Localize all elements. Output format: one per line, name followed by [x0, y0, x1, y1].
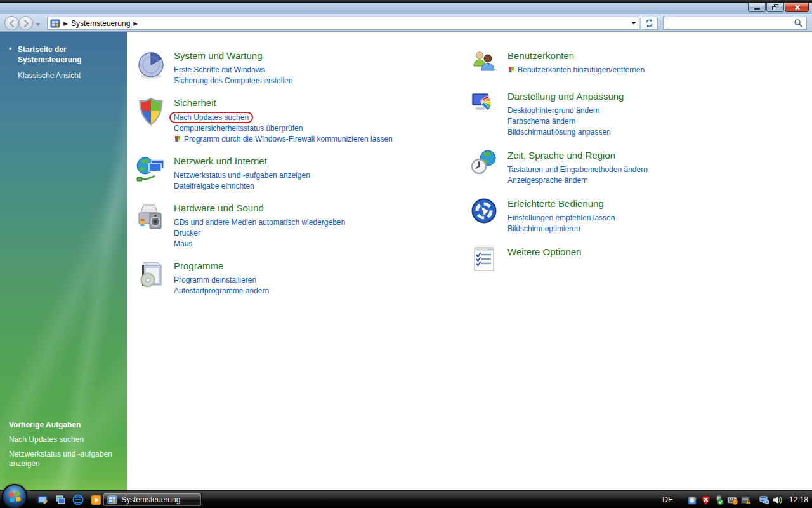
system-tray: DE 12:18 [662, 491, 808, 508]
back-button[interactable] [4, 16, 19, 30]
language-indicator[interactable]: DE [662, 495, 673, 504]
search-icon[interactable] [794, 18, 803, 28]
taskbar-button-control-panel[interactable]: Systemsteuerung [103, 493, 202, 507]
show-desktop-icon[interactable] [37, 494, 48, 505]
category-link-highlighted[interactable]: Nach Updates suchen [174, 112, 393, 123]
control-panel-window: ▶ Systemsteuerung ▶ • [0, 0, 812, 508]
software-box-cd-icon[interactable] [136, 260, 166, 290]
security-shield-icon[interactable] [136, 97, 166, 127]
category-appearance-personalization: Darstellung und Anpassung Desktophinterg… [471, 90, 801, 138]
minimize-button[interactable] [748, 3, 766, 12]
category-network-internet: Netzwerk und Internet Netzwerkstatus und… [136, 155, 456, 192]
category-title[interactable]: Hardware und Sound [174, 202, 345, 215]
categories-right-column: Benutzerkonten Benutzerkonten hinzufügen… [471, 50, 801, 284]
category-link[interactable]: Anzeigesprache ändern [508, 175, 648, 186]
back-arrow-icon [8, 20, 16, 27]
category-link[interactable]: Dateifreigabe einrichten [174, 181, 310, 192]
clock-globe-icon[interactable] [471, 149, 497, 176]
category-title[interactable]: Weitere Optionen [508, 246, 581, 258]
start-button[interactable] [2, 484, 27, 508]
network-globe-icon[interactable] [136, 155, 166, 185]
volume-icon[interactable] [772, 495, 783, 505]
media-player-icon[interactable] [90, 494, 102, 505]
breadcrumb-root[interactable]: Systemsteuerung [71, 19, 130, 28]
recent-pages-dropdown[interactable] [36, 23, 41, 26]
category-link[interactable]: Tastaturen und Eingabemethoden ändern [508, 164, 648, 175]
search-box [663, 17, 807, 30]
quick-launch-bar [37, 491, 102, 508]
categories-left-column: System und Wartung Erste Schritte mit Wi… [136, 50, 456, 307]
window-controls [748, 3, 809, 12]
safely-remove-hardware-icon[interactable] [714, 495, 724, 505]
category-hardware-sound: Hardware und Sound CDs und andere Medien… [136, 202, 456, 250]
checklist-icon[interactable] [471, 246, 497, 272]
category-link[interactable]: Maus [174, 239, 345, 250]
sidebar: • Startseite der Systemsteuerung Klassis… [0, 32, 127, 490]
category-link[interactable]: Einstellungen empfehlen lassen [508, 213, 615, 224]
sidebar-item-classic-view[interactable]: Klassische Ansicht [18, 71, 118, 80]
close-icon [794, 4, 800, 10]
forward-arrow-icon [22, 20, 30, 27]
category-title[interactable]: Sicherheit [174, 97, 393, 109]
internet-explorer-icon[interactable] [72, 494, 84, 505]
title-bar[interactable] [0, 3, 812, 14]
category-title[interactable]: Programme [174, 260, 269, 272]
category-link[interactable]: Desktophintergrund ändern [508, 105, 624, 116]
category-link[interactable]: Benutzerkonten hinzufügen/entfernen [508, 65, 645, 76]
network-status-icon[interactable] [759, 495, 769, 505]
category-title[interactable]: System und Wartung [174, 50, 292, 62]
clock[interactable]: 12:18 [789, 495, 808, 504]
category-programs: Programme Programm deinstallieren Autost… [136, 260, 456, 297]
address-bar[interactable]: ▶ Systemsteuerung ▶ [47, 17, 639, 30]
uac-shield-icon [174, 135, 181, 143]
switch-windows-icon[interactable] [55, 494, 66, 505]
category-link[interactable]: Bildschirmauflösung anpassen [508, 127, 624, 138]
category-title[interactable]: Benutzerkonten [508, 50, 645, 62]
category-security: Sicherheit Nach Updates suchen Computers… [136, 97, 456, 145]
breadcrumb-arrow-icon[interactable]: ▶ [63, 20, 68, 27]
windows-flag-icon [9, 491, 21, 503]
user-accounts-icon[interactable] [471, 50, 497, 76]
keyboard-layout-icon[interactable] [727, 495, 738, 505]
printer-speaker-icon[interactable] [136, 202, 166, 232]
category-link[interactable]: Drucker [174, 228, 345, 239]
category-link[interactable]: Sicherung des Computers erstellen [174, 76, 292, 86]
vps-warning-icon[interactable] [740, 495, 751, 505]
windows-update-icon[interactable] [687, 495, 698, 505]
address-history-dropdown[interactable] [631, 22, 636, 25]
previous-task-link[interactable]: Netzwerkstatus und -aufgaben anzeigen [9, 450, 117, 469]
ease-of-access-icon[interactable] [471, 197, 497, 224]
pie-chart-disc-icon[interactable] [136, 50, 166, 80]
previous-task-link[interactable]: Nach Updates suchen [9, 435, 117, 444]
restore-button[interactable] [766, 3, 784, 12]
control-panel-icon [107, 495, 117, 505]
red-highlight-ellipse: Nach Updates suchen [169, 112, 253, 123]
category-title[interactable]: Erleichterte Bedienung [508, 197, 615, 210]
breadcrumb-arrow-icon[interactable]: ▶ [133, 20, 138, 27]
category-additional-options: Weitere Optionen [471, 246, 801, 272]
category-link[interactable]: Farbschema ändern [508, 116, 624, 127]
category-title[interactable]: Zeit, Sprache und Region [508, 149, 648, 162]
category-title[interactable]: Darstellung und Anpassung [508, 90, 624, 103]
taskbar: Systemsteuerung DE [0, 490, 812, 508]
category-link[interactable]: Computersicherheitsstatus überprüfen [174, 123, 393, 134]
category-title[interactable]: Netzwerk und Internet [174, 155, 310, 168]
category-link[interactable]: Autostartprogramme ändern [174, 286, 269, 297]
category-link[interactable]: Programm durch die Windows-Firewall komm… [174, 134, 393, 145]
category-link[interactable]: Programm deinstallieren [174, 275, 269, 286]
category-user-accounts: Benutzerkonten Benutzerkonten hinzufügen… [471, 50, 801, 79]
security-alert-shield-icon[interactable] [700, 495, 711, 505]
refresh-button[interactable] [641, 17, 658, 30]
search-input[interactable] [667, 18, 794, 29]
restore-icon [772, 4, 778, 10]
sidebar-item-control-panel-home[interactable]: • Startseite der Systemsteuerung [9, 44, 118, 65]
category-link[interactable]: Netzwerkstatus und -aufgaben anzeigen [174, 170, 310, 181]
control-panel-home-view: System und Wartung Erste Schritte mit Wi… [127, 32, 812, 490]
forward-button[interactable] [18, 16, 33, 30]
category-link[interactable]: Erste Schritte mit Windows [174, 65, 292, 76]
previous-tasks-heading: Vorherige Aufgaben [9, 420, 122, 429]
display-personalization-icon[interactable] [471, 90, 497, 117]
close-button[interactable] [785, 3, 809, 12]
category-link[interactable]: CDs und andere Medien automatisch wieder… [174, 217, 345, 228]
category-link[interactable]: Bildschirm optimieren [508, 224, 615, 234]
